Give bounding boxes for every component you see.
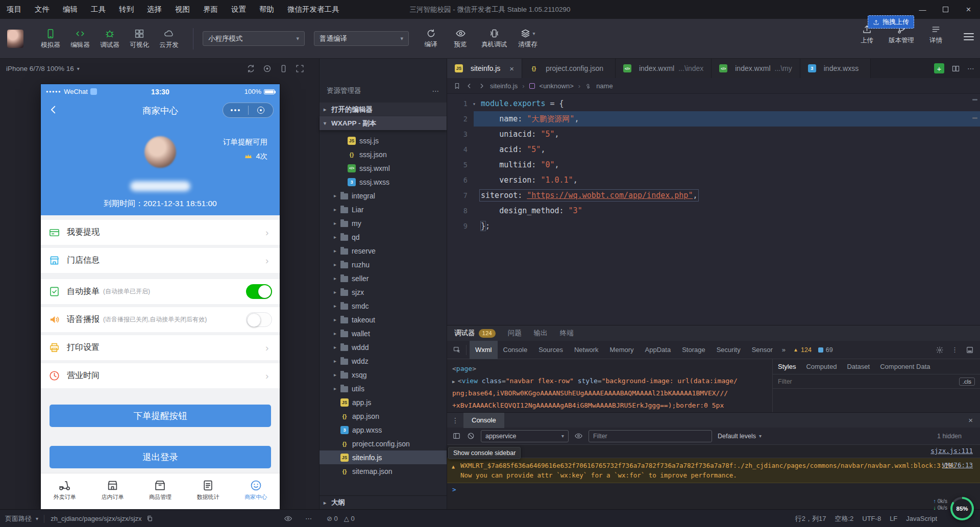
tree-item[interactable]: app.wxss — [320, 423, 447, 437]
menu-item[interactable]: 界面 — [197, 0, 225, 19]
tree-item[interactable]: takeout — [320, 313, 447, 327]
menu-row-store-info[interactable]: 门店信息 › — [41, 248, 280, 273]
tree-item[interactable]: project.config.json — [320, 437, 447, 450]
tree-item[interactable]: Liar — [320, 203, 447, 216]
cls-toggle-button[interactable]: .cls — [959, 378, 975, 386]
editor-tab[interactable]: index.wxml ...\my — [712, 59, 800, 78]
user-avatar[interactable] — [7, 30, 23, 48]
copy-icon[interactable] — [146, 515, 154, 522]
dock-panel-icon[interactable] — [966, 346, 974, 354]
styles-tab[interactable]: Dataset — [842, 359, 875, 374]
console-sidebar-icon[interactable] — [452, 432, 461, 440]
devtools-tab[interactable]: Console — [498, 341, 533, 359]
tree-item[interactable]: sssj.js — [320, 134, 447, 147]
tree-item[interactable]: wallet — [320, 327, 447, 340]
record-icon[interactable] — [262, 64, 272, 73]
panel-tab[interactable]: 终端 — [560, 329, 574, 338]
split-editor-icon[interactable] — [951, 64, 960, 73]
styles-tab[interactable]: Styles — [773, 359, 801, 374]
statusbar-more-icon[interactable]: ⋯ — [305, 510, 312, 527]
debugger-button[interactable]: 调试器 — [95, 28, 125, 49]
menu-row-auto-accept[interactable]: 自动接单 (自动接单已开启) — [41, 279, 280, 304]
rotate-device-icon[interactable] — [246, 64, 256, 73]
order-reminder-button[interactable]: 下单提醒按钮 — [50, 405, 271, 427]
tree-item[interactable]: sssj.wxml — [320, 161, 447, 175]
devtools-tab[interactable]: Network — [569, 341, 604, 359]
device-frame-icon[interactable] — [279, 64, 288, 73]
compile-button[interactable]: 编译 — [416, 28, 446, 49]
menu-row-withdraw[interactable]: 我要提现 › — [41, 220, 280, 245]
editor-tab[interactable]: index.wxss — [800, 59, 871, 78]
breadcrumb-property[interactable]: name — [596, 82, 613, 90]
tree-item[interactable]: app.js — [320, 395, 447, 409]
editor-tab[interactable]: siteinfo.js × — [447, 59, 522, 78]
bookmark-icon[interactable] — [453, 82, 461, 90]
close-button[interactable]: × — [957, 0, 980, 19]
tree-item[interactable]: sitemap.json — [320, 464, 447, 478]
devtools-tab[interactable]: Security — [711, 341, 746, 359]
inspect-element-icon[interactable] — [447, 345, 466, 354]
problems-indicator[interactable]: ⊘ 0 △ 0 — [327, 510, 355, 527]
tree-item[interactable]: utils — [320, 382, 447, 395]
tab-data-statistics[interactable]: 数据统计 — [184, 473, 232, 507]
menu-item[interactable]: 编辑 — [56, 0, 84, 19]
tree-item[interactable]: sssj.wxss — [320, 175, 447, 189]
voice-broadcast-toggle[interactable] — [246, 312, 272, 327]
clear-console-icon[interactable] — [467, 432, 475, 440]
close-miniprogram-button[interactable] — [249, 107, 274, 114]
tree-item[interactable]: wddz — [320, 354, 447, 368]
tree-item[interactable]: sjzx — [320, 285, 447, 299]
menu-row-voice-broadcast[interactable]: 语音播报 (语音播报已关闭,自动接单关闭后有效) — [41, 307, 280, 332]
gear-icon[interactable] — [936, 346, 944, 354]
tab-instore-orders[interactable]: 店内订单 — [89, 473, 137, 507]
menu-hamburger-icon[interactable] — [964, 31, 974, 42]
log-levels-dropdown[interactable]: Default levels — [718, 433, 762, 440]
overflow-tabs-icon[interactable]: » — [778, 346, 789, 354]
section-outline[interactable]: ▸ 大纲 — [320, 495, 447, 509]
more-menu-button[interactable] — [223, 109, 248, 111]
menu-item[interactable]: 微信开发者工具 — [281, 0, 346, 19]
section-open-editors[interactable]: ▸ 打开的编辑器 — [320, 103, 447, 116]
panel-tab[interactable]: 输出 — [534, 329, 548, 338]
styles-tab[interactable]: Component Data — [875, 359, 935, 374]
cloud-dev-button[interactable]: 云开发 — [154, 28, 184, 49]
close-tab-icon[interactable]: × — [509, 64, 514, 73]
editor-tab[interactable]: index.wxml ...\index — [616, 59, 712, 78]
code-editor[interactable]: 1▾module.exports = {2 name: "大鹏资源网",3 un… — [447, 94, 980, 325]
preview-button[interactable]: 预览 — [446, 28, 475, 49]
console-prompt[interactable]: > — [452, 486, 456, 493]
section-project-root[interactable]: ▾ WXAPP - 副本 — [320, 116, 447, 130]
tree-item[interactable]: seller — [320, 271, 447, 285]
panel-tab[interactable]: 调试器 124 — [454, 329, 496, 338]
source-link[interactable]: sjzx.js:111 — [930, 447, 973, 455]
wxml-tree[interactable]: <page>▶ <view class="navbar flex-row" st… — [447, 359, 773, 412]
tab-goods-management[interactable]: 商品管理 — [136, 473, 184, 507]
drawer-kebab-icon[interactable]: ⋮ — [447, 416, 463, 424]
styles-filter-input[interactable] — [778, 378, 959, 385]
tab-takeout-orders[interactable]: 外卖订单 — [41, 473, 89, 507]
page-path-dropdown[interactable]: 页面路径 — [5, 514, 32, 523]
close-drawer-icon[interactable]: × — [968, 416, 973, 424]
memory-usage-indicator[interactable]: 85% — [950, 497, 974, 520]
maximize-button[interactable] — [934, 0, 957, 19]
menu-row-print-settings[interactable]: 打印设置 › — [41, 335, 280, 360]
tree-item[interactable]: smdc — [320, 299, 447, 313]
compile-mode-dropdown[interactable]: 普通编译 — [314, 31, 409, 46]
tree-item[interactable]: sssj.json — [320, 147, 447, 161]
real-device-debug-button[interactable]: 真机调试 — [475, 28, 513, 49]
visualizer-button[interactable]: 可视化 — [125, 28, 154, 49]
simulator-button[interactable]: 模拟器 — [36, 28, 65, 49]
encoding[interactable]: UTF-8 — [862, 515, 881, 522]
tree-item[interactable]: app.json — [320, 409, 447, 423]
details-button[interactable]: 详情 — [929, 24, 942, 45]
breadcrumb-symbol[interactable]: <unknown> — [540, 82, 574, 90]
menu-item[interactable]: 帮助 — [253, 0, 281, 19]
indentation[interactable]: 空格:2 — [835, 514, 853, 523]
devtools-tab[interactable]: Wxml — [470, 341, 498, 359]
menu-item[interactable]: 选择 — [140, 0, 168, 19]
execution-context-dropdown[interactable]: appservice — [481, 430, 569, 442]
menu-row-business-hours[interactable]: 营业时间 › — [41, 363, 280, 388]
tree-item[interactable]: ruzhu — [320, 258, 447, 271]
menu-item[interactable]: 项目 — [0, 0, 28, 19]
breadcrumb-file[interactable]: siteinfo.js — [490, 82, 518, 90]
